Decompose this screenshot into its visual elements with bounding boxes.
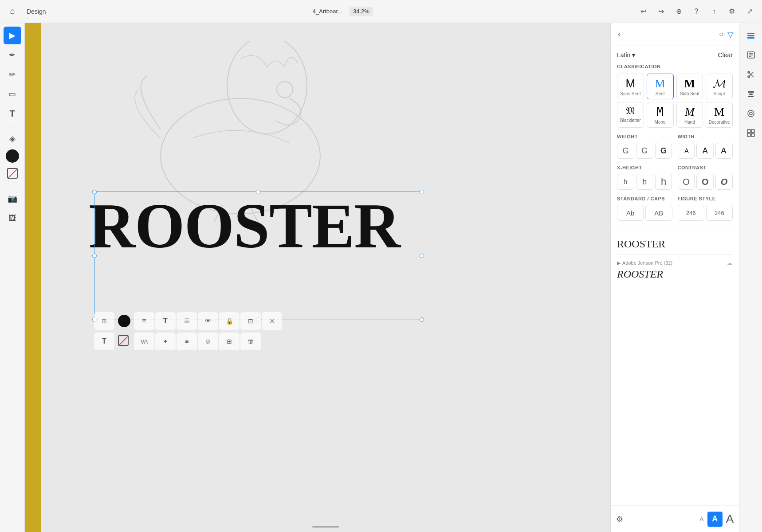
properties-panel-button[interactable] xyxy=(742,46,760,64)
layers-icon[interactable]: ≡ xyxy=(134,312,154,330)
svg-rect-23 xyxy=(747,133,750,137)
hand-label: Hand xyxy=(684,120,695,125)
zoom-label[interactable]: 34.2% xyxy=(350,7,373,16)
handle-mr[interactable] xyxy=(420,254,424,258)
transform-icon[interactable]: ✦ xyxy=(155,332,176,350)
fill-swatch[interactable] xyxy=(118,315,130,327)
font-size-small-button[interactable]: A xyxy=(699,516,703,523)
weight-group: WEIGHT G G G xyxy=(617,134,672,159)
crop-icon[interactable]: ⊡ xyxy=(240,312,261,330)
align-panel-button[interactable] xyxy=(742,85,760,103)
scissors-button[interactable] xyxy=(742,66,760,83)
svg-point-20 xyxy=(750,112,752,115)
camera-tool[interactable]: 📷 xyxy=(4,190,21,207)
clear-button[interactable]: Clear xyxy=(718,51,733,59)
width-normal[interactable]: A xyxy=(696,143,714,159)
decorative-label: Decorative xyxy=(709,120,730,125)
weight-medium[interactable]: G xyxy=(636,143,653,159)
align-icon[interactable]: ≡ xyxy=(177,332,197,350)
home-button[interactable]: ⌂ xyxy=(5,4,20,19)
divider2 xyxy=(5,186,20,186)
font-size-large-button[interactable]: A xyxy=(726,512,734,526)
text-icon2[interactable]: T xyxy=(94,332,114,350)
panel-filter-button[interactable]: ▽ xyxy=(727,30,734,39)
class-decorative[interactable]: M Decorative xyxy=(706,102,733,128)
weight-thin[interactable]: G xyxy=(617,143,634,159)
settings-gear-button[interactable]: ⚙ xyxy=(616,514,623,524)
class-hand[interactable]: M Hand xyxy=(676,102,703,128)
handle-tr[interactable] xyxy=(420,190,424,194)
class-sans-serif[interactable]: M Sans Serif xyxy=(617,74,644,99)
sans-serif-letter: M xyxy=(626,77,636,90)
share-button[interactable]: ↑ xyxy=(707,4,721,19)
width-wide[interactable]: A xyxy=(715,143,733,159)
eye-icon[interactable]: 👁 xyxy=(198,312,218,330)
contrast-medium[interactable]: O xyxy=(696,174,714,190)
font-item-2[interactable]: ▶ Adobe Jenson Pro (32) ☁ ROOSTER xyxy=(611,255,739,285)
lock-icon[interactable]: 🔒 xyxy=(219,312,240,330)
cloud-download-icon[interactable]: ☁ xyxy=(727,259,733,266)
class-script[interactable]: 𝓜 Script xyxy=(706,74,733,99)
standard-mixed[interactable]: Ab xyxy=(617,205,644,221)
handle-br[interactable] xyxy=(420,317,424,322)
font-size-med-button[interactable]: A xyxy=(707,512,723,527)
xh-medium[interactable]: h xyxy=(636,174,653,190)
pin-tool[interactable]: ◈ xyxy=(4,130,21,148)
scrollbar[interactable] xyxy=(312,526,339,528)
xh-small[interactable]: h xyxy=(617,174,634,190)
grid2-icon[interactable]: ⊞ xyxy=(219,332,240,350)
contrast-high[interactable]: O xyxy=(715,174,733,190)
lang-selector[interactable]: Latin ▾ xyxy=(617,51,635,59)
paragraph-icon[interactable]: ☰ xyxy=(177,312,197,330)
expand-arrow[interactable]: ▶ xyxy=(617,260,621,266)
help-button[interactable]: ? xyxy=(689,4,703,19)
links-button[interactable] xyxy=(742,124,760,142)
figure-lining[interactable]: 246 xyxy=(678,205,704,221)
panel-back-button[interactable]: ‹ xyxy=(616,28,622,41)
design-label[interactable]: Design xyxy=(23,6,50,17)
canvas-area[interactable]: ROOSTER ⊞ ≡ T ☰ 👁 🔒 ⊡ ✕ T xyxy=(41,23,610,532)
font-item-1[interactable]: ROOSTER xyxy=(611,234,739,254)
svg-rect-5 xyxy=(747,33,754,34)
pencil-tool[interactable]: ✏ xyxy=(4,66,21,83)
left-sidebar: ▶ ✒ ✏ ▭ T ◈ 📷 🖼 xyxy=(0,23,25,532)
redo-button[interactable]: ↪ xyxy=(654,4,668,19)
layers-panel-button[interactable] xyxy=(742,27,760,44)
width-narrow[interactable]: A xyxy=(678,143,695,159)
class-slab-serif[interactable]: M Slab Serif xyxy=(676,74,703,99)
rooster-text-display[interactable]: ROOSTER xyxy=(89,194,400,258)
width-options: A A A xyxy=(678,143,733,159)
grid-icon[interactable]: ⊞ xyxy=(94,312,114,330)
xh-large[interactable]: h xyxy=(655,174,672,190)
figure-oldstyle[interactable]: 246 xyxy=(706,205,733,221)
delete-icon[interactable]: 🗑 xyxy=(240,332,261,350)
weight-bold[interactable]: G xyxy=(655,143,672,159)
class-mono[interactable]: M Mono xyxy=(647,102,674,128)
close-icon[interactable]: ✕ xyxy=(262,312,282,330)
undo-button[interactable]: ↩ xyxy=(636,4,650,19)
palette-button[interactable] xyxy=(742,105,760,122)
select-tool[interactable]: ▶ xyxy=(4,27,21,44)
stroke-swatch[interactable] xyxy=(118,335,130,348)
standard-caps[interactable]: AB xyxy=(645,205,672,221)
figure-group: FIGURE STYLE 246 246 xyxy=(678,196,733,221)
fill-color[interactable] xyxy=(6,149,19,163)
text-style-icon[interactable]: T xyxy=(155,312,176,330)
slash-icon[interactable]: ⊘ xyxy=(198,332,218,350)
contrast-none[interactable]: O xyxy=(678,174,695,190)
class-serif[interactable]: M Serif xyxy=(647,74,674,99)
hand-letter: M xyxy=(685,105,695,119)
panel-search-button[interactable]: ○ xyxy=(719,30,724,39)
expand-button[interactable]: ⤢ xyxy=(742,4,757,19)
va-icon[interactable]: VA xyxy=(134,332,154,350)
script-label: Script xyxy=(714,91,725,96)
pen-tool[interactable]: ✒ xyxy=(4,46,21,64)
class-blackletter[interactable]: 𝔐 Blackletter xyxy=(617,102,644,128)
settings-button[interactable]: ⚙ xyxy=(725,4,739,19)
weight-options: G G G xyxy=(617,143,672,159)
collab-button[interactable]: ⊕ xyxy=(672,4,686,19)
rectangle-tool[interactable]: ▭ xyxy=(4,85,21,103)
text-tool[interactable]: T xyxy=(4,105,21,122)
stroke-color[interactable] xyxy=(4,164,21,182)
image-tool[interactable]: 🖼 xyxy=(4,209,21,227)
